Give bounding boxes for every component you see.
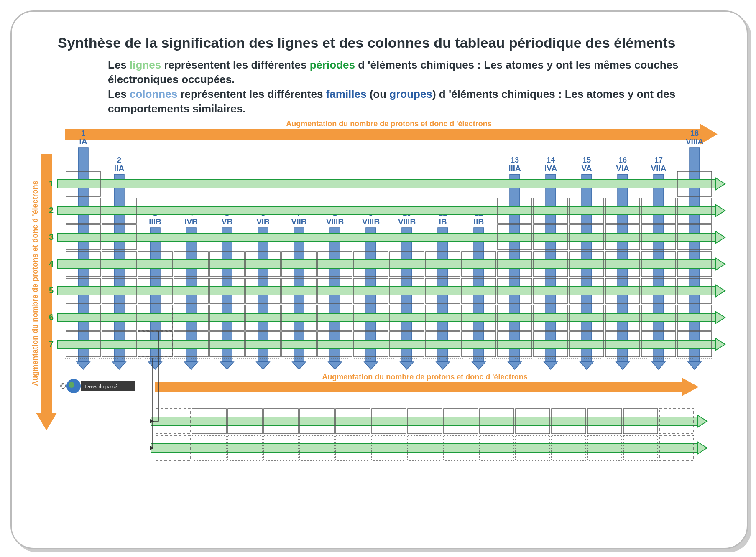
svg-marker-35 — [580, 362, 593, 369]
svg-rect-195 — [151, 417, 698, 425]
svg-text:IIIB: IIIB — [149, 217, 161, 226]
svg-marker-17 — [256, 362, 270, 369]
svg-text:IIB: IIB — [474, 217, 484, 226]
svg-text:Augmentation du nombre de prot: Augmentation du nombre de protons et don… — [322, 373, 527, 381]
svg-marker-39 — [652, 362, 665, 369]
svg-rect-86 — [58, 287, 716, 295]
svg-marker-85 — [716, 258, 725, 270]
svg-text:Terres du passé: Terres du passé — [84, 383, 117, 389]
svg-text:2: 2 — [117, 156, 121, 164]
svg-text:17: 17 — [654, 156, 663, 164]
svg-rect-84 — [58, 260, 716, 268]
svg-marker-33 — [544, 362, 557, 369]
svg-text:IIA: IIA — [114, 164, 125, 173]
svg-text:©: © — [60, 382, 66, 390]
svg-rect-80 — [58, 206, 716, 215]
svg-text:IIIA: IIIA — [508, 164, 521, 173]
svg-text:1: 1 — [81, 129, 85, 137]
svg-marker-31 — [508, 362, 521, 369]
svg-marker-23 — [364, 362, 378, 369]
svg-text:7: 7 — [49, 339, 54, 348]
svg-marker-37 — [616, 362, 629, 369]
svg-text:IVB: IVB — [184, 217, 198, 226]
svg-rect-3 — [41, 154, 52, 413]
svg-text:VB: VB — [222, 217, 232, 226]
svg-rect-0 — [65, 129, 700, 140]
svg-text:Augmentation du nombre de prot: Augmentation du nombre de protons et don… — [286, 120, 491, 128]
svg-marker-9 — [112, 362, 126, 369]
svg-marker-29 — [472, 362, 485, 369]
svg-marker-27 — [436, 362, 450, 369]
svg-marker-196 — [698, 415, 707, 427]
svg-marker-193 — [682, 378, 699, 396]
svg-text:13: 13 — [511, 156, 519, 164]
svg-marker-11 — [148, 362, 162, 369]
svg-marker-41 — [688, 362, 701, 369]
svg-text:IA: IA — [79, 137, 87, 146]
svg-rect-192 — [155, 382, 682, 392]
svg-text:VIIIB: VIIIB — [362, 217, 380, 226]
description-columns-families: Les colonnes représentent les différente… — [108, 87, 685, 116]
svg-text:5: 5 — [49, 286, 54, 295]
svg-rect-82 — [58, 233, 716, 242]
svg-text:18: 18 — [690, 129, 699, 137]
svg-text:VA: VA — [582, 164, 592, 173]
svg-text:15: 15 — [582, 156, 591, 164]
page-title: Synthèse de la signification des lignes … — [58, 35, 676, 51]
svg-text:1: 1 — [49, 179, 54, 188]
svg-text:VIIA: VIIA — [651, 164, 667, 173]
svg-point-232 — [69, 382, 74, 388]
svg-marker-89 — [716, 312, 725, 323]
svg-text:IVA: IVA — [544, 164, 557, 173]
svg-text:VIB: VIB — [256, 217, 270, 226]
svg-text:IB: IB — [439, 217, 447, 226]
svg-marker-4 — [36, 413, 57, 430]
svg-marker-91 — [716, 338, 725, 350]
svg-text:14: 14 — [547, 156, 555, 164]
svg-marker-83 — [716, 231, 725, 243]
svg-text:3: 3 — [49, 232, 54, 242]
svg-text:2: 2 — [49, 206, 54, 215]
svg-text:VIIIB: VIIIB — [398, 217, 416, 226]
svg-rect-212 — [151, 444, 698, 452]
svg-marker-7 — [77, 362, 90, 369]
svg-text:4: 4 — [49, 259, 54, 268]
svg-rect-88 — [58, 313, 716, 322]
svg-text:16: 16 — [618, 156, 627, 164]
svg-marker-21 — [328, 362, 342, 369]
description-lines-periods: Les lignes représentent les différentes … — [108, 58, 685, 87]
svg-marker-15 — [220, 362, 234, 369]
svg-text:VIIB: VIIB — [291, 217, 307, 226]
svg-text:Augmentation du nombre de prot: Augmentation du nombre de protons et don… — [32, 181, 39, 386]
svg-text:VIIIB: VIIIB — [326, 217, 344, 226]
svg-marker-213 — [698, 442, 707, 454]
svg-rect-78 — [58, 180, 716, 188]
svg-marker-19 — [292, 362, 306, 369]
svg-marker-25 — [400, 362, 414, 369]
svg-text:6: 6 — [49, 313, 54, 322]
periodic-table-diagram: Augmentation du nombre de protons et don… — [32, 120, 745, 542]
svg-marker-79 — [716, 178, 725, 190]
diagram-card: Synthèse de la signification des lignes … — [10, 10, 748, 549]
svg-text:VIA: VIA — [616, 164, 629, 173]
svg-text:VIIIA: VIIIA — [686, 137, 704, 146]
svg-marker-81 — [716, 205, 725, 216]
svg-marker-13 — [184, 362, 198, 369]
svg-rect-90 — [58, 340, 716, 348]
svg-marker-87 — [716, 285, 725, 297]
